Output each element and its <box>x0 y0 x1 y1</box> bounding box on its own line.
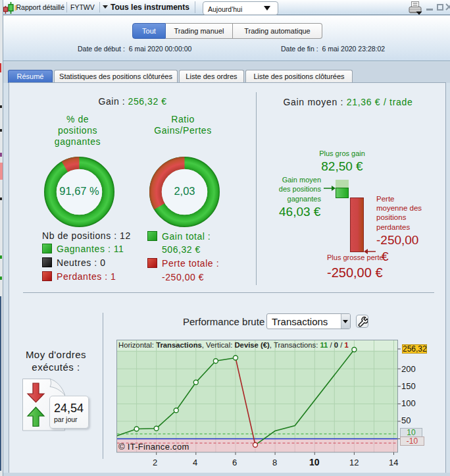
svg-text:Horizontal: Transactions, Vert: Horizontal: Transactions, Vertical: Devi… <box>118 341 349 349</box>
svg-text:© IT-Finance.com: © IT-Finance.com <box>118 442 189 452</box>
